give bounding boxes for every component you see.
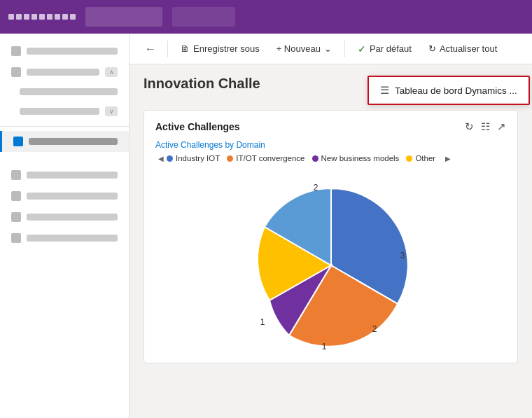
toolbar-divider-1 xyxy=(167,41,168,57)
pie-label-2-br: 2 xyxy=(372,324,377,334)
app-title-blur xyxy=(85,7,162,27)
legend-next-arrow[interactable]: ▶ xyxy=(442,155,454,162)
legend-label-new-business: New business models xyxy=(321,154,400,162)
legend-item-industry-iot: Industry IOT xyxy=(167,154,220,162)
default-label: Par défaut xyxy=(370,43,412,54)
sidebar-item-2[interactable]: ∧ xyxy=(0,62,129,83)
back-button[interactable]: ← xyxy=(139,39,162,59)
pie-label-3: 3 xyxy=(400,251,405,260)
card-list-button[interactable]: ☷ xyxy=(481,120,490,133)
dashboard-icon: ☰ xyxy=(380,84,389,97)
chart-legend: ◀ Industry IOT IT/OT convergence New bus… xyxy=(155,154,506,162)
top-navigation xyxy=(0,0,532,34)
legend-dot-other xyxy=(406,155,412,162)
app-launcher-icon[interactable] xyxy=(8,14,76,20)
chart-container: 3 2 1 1 2 xyxy=(155,171,506,353)
legend-dot-it-ot xyxy=(227,155,233,162)
toolbar-divider-2 xyxy=(344,41,345,57)
legend-label-it-ot: IT/OT convergence xyxy=(236,154,304,162)
new-label: + Nouveau xyxy=(276,43,321,54)
active-challenges-card: Active Challenges ↻ ☷ ↗ Active Challenge… xyxy=(144,110,518,363)
save-icon: 🗎 xyxy=(181,43,190,54)
card-header: Active Challenges ↻ ☷ ↗ xyxy=(155,120,506,133)
new-button[interactable]: + Nouveau ⌄ xyxy=(270,40,339,57)
card-icons: ↻ ☷ ↗ xyxy=(465,120,506,133)
legend-label-other: Other xyxy=(415,154,435,162)
legend-dot-industry-iot xyxy=(167,155,173,162)
pie-label-1-b: 1 xyxy=(321,342,326,351)
new-chevron-icon: ⌄ xyxy=(324,43,332,54)
refresh-icon: ↻ xyxy=(428,43,436,54)
pie-label-2-t: 2 xyxy=(313,183,318,193)
page-content: Innovation Challe ☰ Tableau de bord Dyna… xyxy=(130,64,532,418)
check-icon: ✓ xyxy=(358,43,366,55)
main-layout: ∧ ∨ xyxy=(0,34,532,418)
sidebar-item-1[interactable] xyxy=(0,41,129,62)
save-as-button[interactable]: 🗎 Enregistrer sous xyxy=(174,40,267,57)
sidebar-item-4[interactable] xyxy=(0,186,129,207)
sidebar-sub-item-1[interactable] xyxy=(0,83,129,101)
default-button[interactable]: ✓ Par défaut xyxy=(351,40,419,58)
chart-section-title: Active Challenges by Domain xyxy=(155,140,506,150)
legend-item-other: Other xyxy=(406,154,435,162)
legend-prev-arrow[interactable]: ◀ xyxy=(155,155,167,162)
sidebar: ∧ ∨ xyxy=(0,34,130,418)
legend-dot-new-business xyxy=(312,155,318,162)
legend-label-industry-iot: Industry IOT xyxy=(176,154,220,162)
nav-item-1-blur xyxy=(172,7,235,27)
toolbar: ← 🗎 Enregistrer sous + Nouveau ⌄ ✓ Par d… xyxy=(130,34,532,64)
content-area: ← 🗎 Enregistrer sous + Nouveau ⌄ ✓ Par d… xyxy=(130,34,532,418)
dropdown-popup-text: Tableau de bord Dynamics ... xyxy=(395,85,517,96)
save-label: Enregistrer sous xyxy=(193,43,260,54)
sidebar-sub-item-2[interactable]: ∨ xyxy=(0,101,129,122)
dropdown-popup[interactable]: ☰ Tableau de bord Dynamics ... xyxy=(368,76,530,105)
refresh-button[interactable]: ↻ Actualiser tout xyxy=(421,40,504,57)
pie-chart: 3 2 1 1 2 xyxy=(226,171,436,353)
card-title: Active Challenges xyxy=(155,121,240,132)
legend-item-it-ot: IT/OT convergence xyxy=(227,154,304,162)
card-refresh-button[interactable]: ↻ xyxy=(465,120,474,133)
page-title: Innovation Challe xyxy=(144,76,260,92)
sidebar-item-active[interactable] xyxy=(0,131,129,152)
sidebar-item-3[interactable] xyxy=(0,165,129,186)
sidebar-item-5[interactable] xyxy=(0,207,129,228)
legend-item-new-business: New business models xyxy=(312,154,400,162)
card-expand-button[interactable]: ↗ xyxy=(497,120,506,133)
pie-label-1-lb: 1 xyxy=(260,317,265,327)
sidebar-item-6[interactable] xyxy=(0,228,129,249)
refresh-label: Actualiser tout xyxy=(440,43,497,54)
